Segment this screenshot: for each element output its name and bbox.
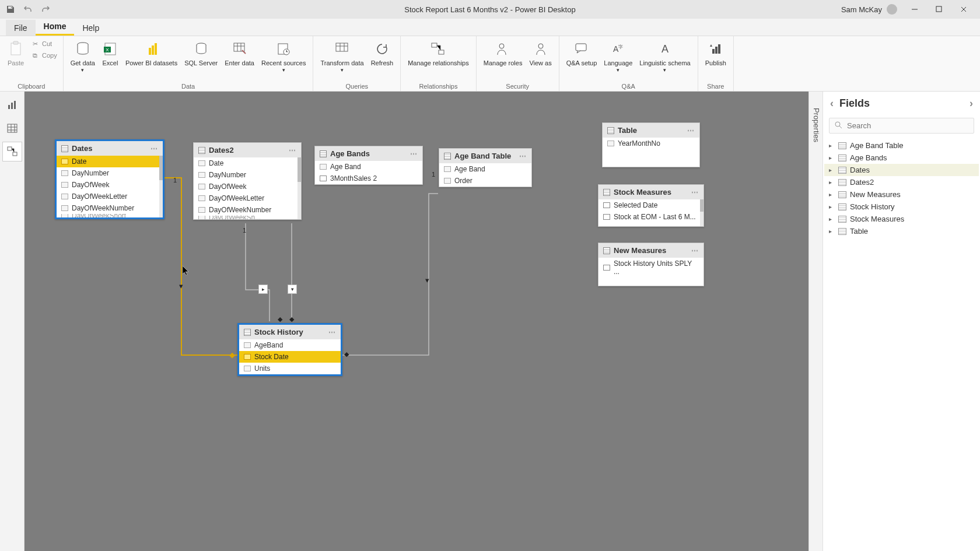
cut-button[interactable]: ✂Cut xyxy=(28,38,60,49)
field-item[interactable]: DayNumber xyxy=(194,169,301,181)
table-icon xyxy=(838,191,846,198)
field-truncated[interactable]: DayOfWeekShort xyxy=(57,214,163,217)
transform-data-button[interactable]: Transform data▾ xyxy=(317,38,367,76)
fields-table-item[interactable]: ▸Dates2 xyxy=(824,176,979,188)
field-item[interactable]: DayOfWeek xyxy=(194,181,301,192)
view-as-button[interactable]: View as xyxy=(526,38,555,69)
field-item[interactable]: DayOfWeekNumber xyxy=(194,204,301,216)
field-item[interactable]: Age Band xyxy=(315,161,422,173)
maximize-button[interactable] xyxy=(929,3,950,16)
field-item[interactable]: Order xyxy=(439,175,531,187)
field-item[interactable]: Age Band xyxy=(439,163,531,175)
column-icon xyxy=(198,160,205,166)
field-item[interactable]: YearMonthNo xyxy=(603,138,699,149)
field-item[interactable]: Stock History Units SPLY ... xyxy=(598,258,704,278)
sql-server-button[interactable]: SQL Server xyxy=(181,38,221,69)
field-item[interactable]: Selected Date xyxy=(598,199,704,211)
user-account[interactable]: Sam McKay xyxy=(841,4,897,15)
pbi-datasets-button[interactable]: Power BI datasets xyxy=(122,38,181,69)
field-truncated[interactable]: DayOfWeekSh... xyxy=(194,216,301,219)
copy-button[interactable]: ⧉Copy xyxy=(28,50,60,61)
table-stockmeasures[interactable]: Stock Measures⋯ Selected Date Stock at E… xyxy=(598,184,704,227)
language-icon: A字 xyxy=(610,41,626,57)
field-ageband[interactable]: AgeBand xyxy=(239,339,341,351)
field-daynumber[interactable]: DayNumber xyxy=(57,167,163,179)
report-view-button[interactable] xyxy=(2,95,22,115)
field-item[interactable]: Stock at EOM - Last 6 M... xyxy=(598,211,704,223)
chevron-right-icon: ▸ xyxy=(829,155,835,161)
table-dates2[interactable]: Dates2⋯ Date DayNumber DayOfWeek DayOfWe… xyxy=(193,142,302,220)
chevron-right-icon[interactable]: › xyxy=(970,97,973,110)
minimize-button[interactable] xyxy=(904,3,925,16)
svg-rect-28 xyxy=(14,101,16,109)
table-scrollbar[interactable] xyxy=(159,156,163,217)
schema-icon: A xyxy=(657,41,673,57)
field-units[interactable]: Units xyxy=(239,363,341,374)
enter-data-button[interactable]: Enter data xyxy=(221,38,258,69)
close-button[interactable] xyxy=(953,3,974,16)
table-dates[interactable]: Dates⋯ Date DayNumber DayOfWeek DayOfWee… xyxy=(55,139,164,219)
table-table[interactable]: Table⋯ YearMonthNo xyxy=(602,122,700,167)
save-icon[interactable] xyxy=(6,5,15,14)
linguistic-schema-button[interactable]: ALinguistic schema▾ xyxy=(636,38,694,76)
more-icon[interactable]: ⋯ xyxy=(328,328,336,336)
search-input[interactable] xyxy=(847,121,969,130)
field-item[interactable]: DayOfWeekLetter xyxy=(194,192,301,204)
model-view-button[interactable] xyxy=(2,142,22,162)
fields-table-item[interactable]: ▸New Measures xyxy=(824,188,979,201)
qa-setup-button[interactable]: Q&A setup xyxy=(563,38,601,69)
svg-text:A: A xyxy=(662,43,668,55)
table-agebandtable[interactable]: Age Band Table⋯ Age Band Order xyxy=(439,148,532,187)
fields-pane: ‹ Fields › ▸Age Band Table ▸Age Bands ▸D… xyxy=(822,92,980,551)
properties-pane-collapsed[interactable]: Properties xyxy=(808,92,822,551)
fields-table-item[interactable]: ▸Dates xyxy=(824,164,979,176)
field-truncated[interactable] xyxy=(598,223,704,226)
more-icon[interactable]: ⋯ xyxy=(289,146,296,155)
svg-rect-26 xyxy=(8,105,10,109)
more-icon[interactable]: ⋯ xyxy=(150,145,158,153)
undo-icon[interactable] xyxy=(23,5,33,14)
table-scrollbar[interactable] xyxy=(298,157,301,219)
field-item[interactable]: 3MonthSales 2 xyxy=(315,173,422,184)
fields-table-item[interactable]: ▸Stock Measures xyxy=(824,213,979,225)
field-dayofweek[interactable]: DayOfWeek xyxy=(57,179,163,191)
more-icon[interactable]: ⋯ xyxy=(519,152,527,160)
table-agebands[interactable]: Age Bands⋯ Age Band 3MonthSales 2 xyxy=(314,146,423,185)
tab-help[interactable]: Help xyxy=(74,20,107,36)
tab-file[interactable]: File xyxy=(6,20,36,36)
more-icon[interactable]: ⋯ xyxy=(687,127,695,135)
publish-button[interactable]: Publish xyxy=(702,38,730,69)
cardinality-one: 1 xyxy=(243,227,246,234)
refresh-button[interactable]: Refresh xyxy=(368,38,397,69)
table-scrollbar[interactable] xyxy=(700,199,704,226)
tab-home[interactable]: Home xyxy=(36,18,75,36)
excel-button[interactable]: XExcel xyxy=(99,38,122,69)
more-icon[interactable]: ⋯ xyxy=(410,150,418,158)
redo-icon[interactable] xyxy=(41,5,50,14)
field-dayofweeknumber[interactable]: DayOfWeekNumber xyxy=(57,202,163,214)
field-dayofweekletter[interactable]: DayOfWeekLetter xyxy=(57,191,163,202)
recent-sources-button[interactable]: Recent sources▾ xyxy=(258,38,309,76)
fields-table-item[interactable]: ▸Age Bands xyxy=(824,152,979,164)
get-data-button[interactable]: Get data▾ xyxy=(67,38,99,76)
more-icon[interactable]: ⋯ xyxy=(691,188,699,196)
table-newmeasures[interactable]: New Measures⋯ Stock History Units SPLY .… xyxy=(598,243,704,286)
ribbon-group-data: Get data▾ XExcel Power BI datasets SQL S… xyxy=(64,36,314,91)
fields-table-item[interactable]: ▸Table xyxy=(824,225,979,237)
field-item[interactable]: Date xyxy=(194,157,301,169)
fields-search[interactable] xyxy=(829,118,974,134)
field-date[interactable]: Date xyxy=(57,156,163,167)
paste-button[interactable]: Paste xyxy=(4,38,28,69)
manage-roles-button[interactable]: Manage roles xyxy=(480,38,526,69)
model-canvas[interactable]: 1 ▾ ◆ 1 ◆ ◆ ▸ ▾ 1 ▾ ◆ Dates⋯ Date DayNum… xyxy=(24,92,808,551)
chevron-right-icon: ▸ xyxy=(829,167,835,173)
manage-relationships-button[interactable]: Manage relationships xyxy=(404,38,473,69)
language-button[interactable]: A字Language▾ xyxy=(600,38,636,76)
table-stockhistory[interactable]: Stock History⋯ AgeBand Stock Date Units xyxy=(237,323,342,376)
more-icon[interactable]: ⋯ xyxy=(691,247,699,255)
field-stockdate[interactable]: Stock Date xyxy=(239,351,341,363)
fields-table-item[interactable]: ▸Stock History xyxy=(824,201,979,213)
data-view-button[interactable] xyxy=(2,118,22,138)
chevron-left-icon[interactable]: ‹ xyxy=(830,97,834,110)
fields-table-item[interactable]: ▸Age Band Table xyxy=(824,139,979,152)
